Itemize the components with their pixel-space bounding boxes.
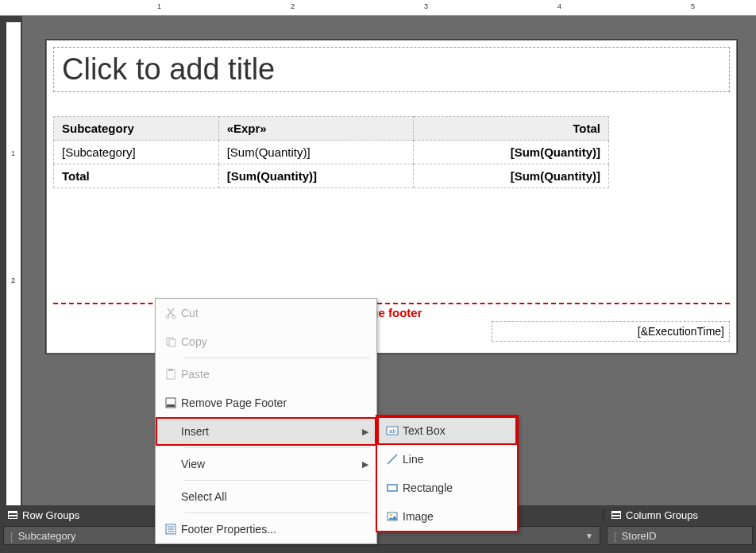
matrix-col-subcategory[interactable]: Subcategory bbox=[54, 117, 219, 141]
ctx-sep-1 bbox=[184, 358, 370, 358]
matrix-cell-subcategory[interactable]: [Subcategory] bbox=[54, 141, 219, 164]
copy-icon bbox=[160, 335, 181, 348]
matrix-cell-sum1[interactable]: [Sum(Quantity)] bbox=[218, 141, 414, 164]
ctx-copy[interactable]: Copy bbox=[156, 327, 376, 356]
execution-time-textbox[interactable]: [&ExecutionTime] bbox=[492, 321, 730, 342]
ctx-view-label: View bbox=[181, 458, 362, 470]
rectangle-icon bbox=[382, 481, 403, 494]
ruler-h-2: 2 bbox=[291, 2, 295, 10]
sub-rect-label: Rectangle bbox=[403, 481, 509, 494]
column-groups-label: Column Groups bbox=[626, 509, 698, 521]
grid-icon bbox=[611, 511, 621, 519]
image-icon bbox=[382, 510, 403, 523]
ruler-h-4: 4 bbox=[557, 2, 561, 10]
chevron-right-icon: ▶ bbox=[362, 459, 368, 470]
sub-rectangle[interactable]: Rectangle bbox=[377, 474, 517, 502]
ruler-h-3: 3 bbox=[424, 2, 428, 10]
properties-icon bbox=[160, 523, 181, 536]
context-menu: Cut Copy Paste Remove Page Footer Insert… bbox=[155, 298, 377, 544]
row-groups-label: Row Groups bbox=[22, 509, 79, 521]
column-group-name: StoreID bbox=[622, 530, 657, 542]
ctx-remove-label: Remove Page Footer bbox=[181, 396, 368, 409]
column-group-chip[interactable]: [ StoreID bbox=[607, 526, 753, 545]
matrix-cell-sum3[interactable]: [Sum(Quantity)] bbox=[218, 164, 414, 188]
matrix-table[interactable]: Subcategory «Expr» Total [Subcategory] [… bbox=[53, 116, 609, 188]
sub-image[interactable]: Image bbox=[377, 502, 517, 531]
sub-line[interactable]: Line bbox=[377, 445, 517, 474]
sub-textbox-label: Text Box bbox=[403, 424, 509, 437]
report-page[interactable]: Click to add title Subcategory «Expr» To… bbox=[46, 40, 737, 354]
ruler-h-5: 5 bbox=[691, 2, 695, 10]
ctx-insert[interactable]: Insert ▶ bbox=[156, 417, 376, 446]
ctx-sep-4 bbox=[184, 512, 370, 513]
remove-footer-icon bbox=[160, 396, 181, 409]
ctx-selectall-label: Select All bbox=[181, 490, 368, 503]
chevron-right-icon: ▶ bbox=[362, 427, 368, 437]
ctx-cut-label: Cut bbox=[181, 307, 368, 319]
matrix-col-expr[interactable]: «Expr» bbox=[218, 117, 414, 141]
svg-point-17 bbox=[390, 514, 392, 516]
ctx-insert-label: Insert bbox=[181, 425, 362, 438]
sub-image-label: Image bbox=[403, 510, 509, 523]
ctx-props-label: Footer Properties... bbox=[181, 523, 368, 536]
svg-rect-3 bbox=[169, 339, 176, 346]
horizontal-ruler: 1 2 3 4 5 bbox=[0, 0, 756, 16]
ctx-sep-3 bbox=[184, 480, 370, 481]
ctx-copy-label: Copy bbox=[181, 335, 368, 348]
textbox-icon: ab bbox=[382, 424, 403, 437]
matrix-cell-sum4[interactable]: [Sum(Quantity)] bbox=[414, 164, 609, 188]
ctx-cut[interactable]: Cut bbox=[156, 299, 376, 327]
svg-rect-5 bbox=[168, 369, 173, 371]
column-groups-header[interactable]: Column Groups bbox=[604, 509, 756, 521]
grid-icon bbox=[8, 511, 17, 519]
cut-icon bbox=[160, 307, 181, 319]
report-title-placeholder[interactable]: Click to add title bbox=[53, 47, 730, 92]
ctx-paste-label: Paste bbox=[181, 368, 368, 381]
chevron-down-icon[interactable]: ▼ bbox=[585, 532, 593, 540]
bracket-icon: [ bbox=[10, 530, 14, 542]
ruler-v-1: 1 bbox=[11, 149, 15, 157]
matrix-col-total[interactable]: Total bbox=[414, 117, 609, 141]
svg-line-14 bbox=[388, 454, 397, 464]
ruler-v-2: 2 bbox=[11, 276, 15, 284]
line-icon bbox=[382, 453, 403, 466]
bracket-icon: [ bbox=[614, 530, 617, 542]
svg-rect-7 bbox=[167, 404, 175, 407]
ruler-h-1: 1 bbox=[157, 2, 161, 10]
ctx-view[interactable]: View ▶ bbox=[156, 450, 376, 478]
ctx-remove-footer[interactable]: Remove Page Footer bbox=[156, 389, 376, 417]
svg-rect-15 bbox=[388, 485, 397, 491]
sub-textbox[interactable]: ab Text Box bbox=[377, 416, 517, 445]
row-group-name: Subcategory bbox=[18, 530, 76, 542]
vertical-ruler: 1 2 bbox=[0, 16, 22, 553]
sub-line-label: Line bbox=[403, 453, 509, 466]
matrix-cell-sum2[interactable]: [Sum(Quantity)] bbox=[414, 141, 609, 164]
paste-icon bbox=[160, 368, 181, 381]
insert-submenu: ab Text Box Line Rectangle Image bbox=[376, 415, 519, 532]
matrix-row-total[interactable]: Total bbox=[54, 164, 219, 188]
svg-text:ab: ab bbox=[389, 427, 396, 435]
ctx-footer-properties[interactable]: Footer Properties... bbox=[156, 515, 376, 543]
ctx-select-all[interactable]: Select All bbox=[156, 482, 376, 511]
ctx-sep-2 bbox=[184, 447, 370, 448]
ctx-paste[interactable]: Paste bbox=[156, 360, 376, 389]
